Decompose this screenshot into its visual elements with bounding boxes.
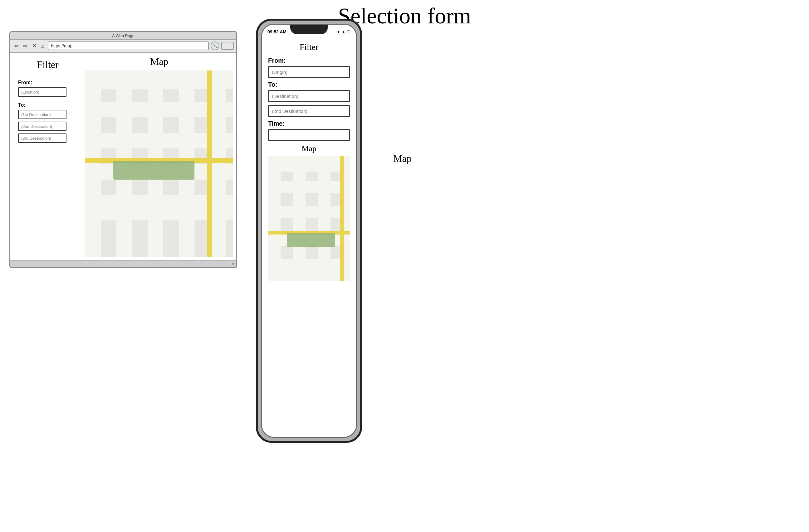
wifi-icon: ▲ (342, 30, 345, 34)
browser-extra-btn (221, 42, 234, 50)
mobile-to-label: To: (268, 81, 350, 88)
forward-button[interactable]: ⇨ (22, 42, 29, 50)
browser-map-title: Map (85, 56, 233, 67)
mobile-time-input[interactable] (268, 129, 350, 141)
mobile-mockup: 09:52 AM ✈ ▲ ☐ Filter From: To: Time: (256, 19, 362, 443)
browser-search-button[interactable]: 🔍 (211, 41, 220, 50)
mobile-time: 09:52 AM (268, 29, 287, 34)
search-icon: 🔍 (212, 43, 218, 48)
mobile-status-icons: ✈ ▲ ☐ (337, 30, 350, 34)
browser-dest1-input[interactable] (18, 110, 67, 119)
mobile-content: Filter From: To: Time: Map (262, 39, 356, 437)
browser-toolbar: ⇦ ⇨ ✕ ⌂ 🔍 (10, 40, 236, 53)
browser-page-title: A Web Page (112, 33, 135, 38)
browser-dest3-input[interactable] (18, 134, 67, 143)
browser-content: Filter From: To: Map (10, 53, 236, 260)
browser-to-label: To: (18, 102, 78, 108)
browser-status-icon: ≢ (231, 262, 235, 266)
browser-titlebar: A Web Page (10, 32, 236, 40)
mobile-from-label: From: (268, 57, 350, 64)
mobile-outer: 09:52 AM ✈ ▲ ☐ Filter From: To: Time: (256, 19, 362, 443)
map-label-right: Map (393, 153, 412, 164)
browser-dest2-input[interactable] (18, 122, 67, 131)
mobile-map-section: Map (268, 144, 350, 281)
mobile-inner: 09:52 AM ✈ ▲ ☐ Filter From: To: Time: (261, 24, 357, 438)
browser-filter-title: Filter (18, 59, 78, 70)
browser-statusbar: ≢ (10, 260, 236, 267)
back-button[interactable]: ⇦ (13, 42, 20, 50)
signal-icon: ✈ (337, 30, 340, 34)
browser-from-label: From: (18, 80, 78, 86)
mobile-time-label: Time: (268, 120, 350, 127)
browser-to-group: To: (18, 102, 78, 143)
battery-icon: ☐ (347, 30, 350, 34)
mobile-dest1-input[interactable] (268, 90, 350, 102)
browser-map-area: Map (85, 56, 233, 257)
browser-from-input[interactable] (18, 87, 67, 97)
mobile-filter-title: Filter (268, 42, 350, 52)
browser-filter-panel: Filter From: To: (13, 56, 82, 257)
browser-from-group: From: (18, 80, 78, 97)
browser-map-visual (85, 70, 233, 257)
mobile-map-visual (268, 156, 350, 281)
close-button[interactable]: ✕ (31, 42, 38, 50)
mobile-map-title: Map (268, 144, 350, 154)
mobile-from-input[interactable] (268, 66, 350, 78)
home-button[interactable]: ⌂ (40, 42, 46, 50)
mobile-dest2-input[interactable] (268, 105, 350, 117)
mobile-notch (290, 25, 328, 34)
url-input[interactable] (48, 41, 209, 50)
browser-mockup: A Web Page ⇦ ⇨ ✕ ⌂ 🔍 Filter From: To: (10, 31, 237, 268)
page-title: Selection form (0, 3, 809, 29)
